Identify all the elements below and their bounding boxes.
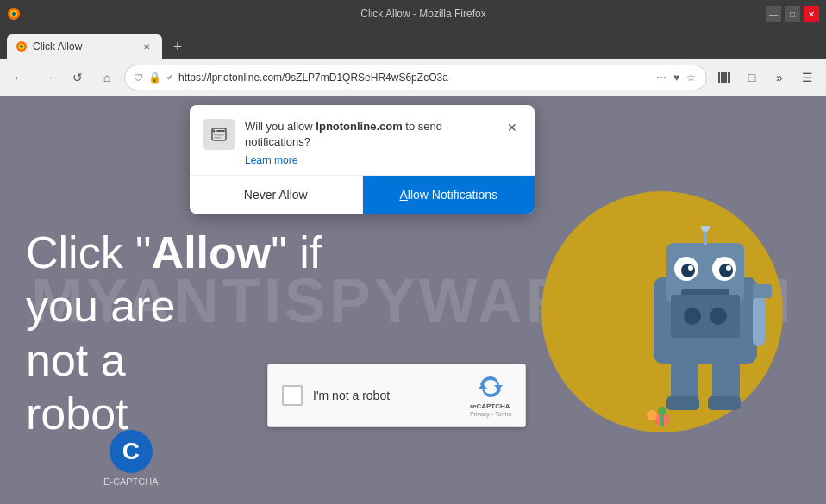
line2: you are — [26, 279, 322, 333]
new-tab-button[interactable]: + — [166, 34, 190, 59]
tab-bar: Click Allow ✕ + — [0, 28, 826, 59]
ecaptcha-label: E-CAPTCHA — [103, 476, 159, 487]
address-bar-icons: ⋯ ♥ ☆ — [654, 70, 698, 85]
svg-rect-38 — [214, 137, 221, 139]
window-title: Click Allow - Mozilla Firefox — [28, 8, 819, 20]
allow-notifications-button[interactable]: Allow Notifications — [363, 176, 535, 214]
ecaptcha-logo: C — [110, 430, 153, 473]
never-allow-button[interactable]: Never Allow — [190, 176, 363, 214]
tab-close-button[interactable]: ✕ — [140, 40, 153, 53]
svg-point-2 — [12, 12, 16, 16]
svg-rect-29 — [708, 396, 741, 410]
address-bar[interactable]: 🛡 🔒 ✔ https://lpnotonline.com/9sZLP7mD1Q… — [124, 65, 707, 90]
svg-rect-8 — [723, 72, 727, 83]
robot-illustration — [507, 165, 800, 458]
refresh-button[interactable]: ↺ — [66, 65, 90, 90]
recaptcha-brand: reCAPTCHA Privacy - Terms — [470, 402, 511, 418]
sync-icon[interactable]: □ — [740, 65, 764, 90]
popup-buttons: Never Allow Allow Notifications — [190, 175, 535, 214]
svg-rect-24 — [753, 295, 765, 346]
library-icon[interactable] — [712, 65, 736, 90]
popup-close-button[interactable]: ✕ — [504, 119, 521, 136]
svg-point-35 — [213, 130, 216, 133]
close-button[interactable]: ✕ — [804, 6, 819, 22]
svg-rect-36 — [216, 130, 225, 132]
forward-button[interactable]: → — [36, 65, 60, 90]
popup-question: Will you allow lpnotonline.com to send n… — [245, 119, 493, 150]
svg-rect-9 — [728, 72, 730, 83]
svg-rect-7 — [721, 72, 723, 83]
lock-icon: 🔒 — [148, 72, 161, 84]
svg-point-16 — [688, 265, 693, 271]
svg-point-5 — [20, 45, 23, 48]
svg-point-17 — [726, 265, 731, 271]
svg-point-19 — [701, 226, 710, 232]
more-icon[interactable]: ⋯ — [654, 70, 668, 85]
minimize-button[interactable]: — — [766, 6, 781, 22]
active-tab[interactable]: Click Allow ✕ — [7, 34, 162, 59]
recaptcha-links: Privacy - Terms — [470, 411, 511, 418]
nav-bar: ← → ↺ ⌂ 🛡 🔒 ✔ https://lpnotonline.com/9s… — [0, 59, 826, 96]
firefox-favicon — [7, 7, 21, 21]
popup-notification-icon — [203, 119, 235, 150]
learn-more-link[interactable]: Learn more — [245, 153, 493, 168]
ecaptcha-section: C E-CAPTCHA — [103, 430, 159, 487]
pocket-icon[interactable]: ♥ — [672, 70, 681, 85]
svg-point-15 — [719, 264, 733, 277]
extensions-icon[interactable]: » — [767, 65, 792, 90]
line1: Click "Allow" if — [26, 226, 322, 279]
svg-rect-21 — [671, 295, 740, 338]
svg-point-23 — [710, 308, 727, 325]
svg-rect-25 — [753, 284, 772, 298]
browser-window: Click Allow - Mozilla Firefox — □ ✕ Clic… — [0, 0, 826, 504]
menu-icon[interactable]: ☰ — [795, 65, 819, 90]
robot-svg — [619, 226, 792, 450]
nav-right-icons: □ » ☰ — [712, 65, 819, 90]
title-bar: Click Allow - Mozilla Firefox — □ ✕ — [0, 0, 826, 28]
notification-popup: Will you allow lpnotonline.com to send n… — [190, 105, 535, 214]
svg-point-32 — [647, 410, 657, 420]
home-button[interactable]: ⌂ — [95, 65, 119, 90]
verify-icon: ✔ — [166, 72, 173, 82]
popup-text: Will you allow lpnotonline.com to send n… — [245, 119, 493, 168]
recaptcha-checkbox[interactable] — [282, 385, 303, 406]
recaptcha-logo: reCAPTCHA Privacy - Terms — [470, 373, 511, 418]
svg-point-22 — [684, 308, 701, 325]
page-content: MYANTISPYWARE.COM Click "Allow" if you a… — [0, 96, 826, 504]
back-button[interactable]: ← — [7, 65, 31, 90]
svg-rect-33 — [660, 411, 664, 426]
tab-title: Click Allow — [33, 40, 135, 53]
svg-rect-6 — [718, 72, 720, 83]
window-controls: — □ ✕ — [766, 6, 819, 22]
svg-rect-28 — [666, 396, 699, 410]
tab-favicon — [16, 40, 28, 53]
recaptcha-label: I'm not a robot — [313, 389, 460, 402]
popup-header: Will you allow lpnotonline.com to send n… — [190, 105, 535, 175]
shield-icon: 🛡 — [134, 72, 143, 83]
url-text: https://lpnotonline.com/9sZLP7mD1QRSeHR4… — [178, 72, 649, 84]
recaptcha-box[interactable]: I'm not a robot reCAPTCHA Privacy - Term… — [267, 364, 526, 427]
svg-point-14 — [681, 264, 695, 277]
bookmark-icon[interactable]: ☆ — [685, 70, 698, 85]
maximize-button[interactable]: □ — [785, 6, 800, 22]
svg-rect-37 — [214, 134, 224, 136]
